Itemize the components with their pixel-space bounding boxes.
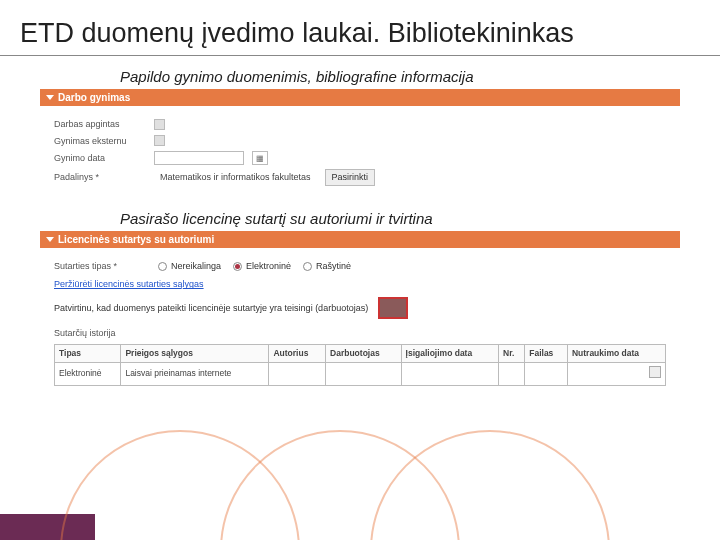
value-padalinys: Matematikos ir informatikos fakultetas — [154, 171, 317, 184]
th-tipas: Tipas — [55, 344, 121, 363]
cell-tipas: Elektroninė — [55, 363, 121, 386]
ack-text: Patvirtinu, kad duomenys pateikti licenc… — [54, 302, 368, 315]
edit-icon[interactable] — [649, 366, 661, 378]
section2-header[interactable]: Licencinės sutartys su autoriumi — [40, 231, 680, 248]
section-licencines-sutartys: Licencinės sutartys su autoriumi Sutarti… — [40, 231, 680, 395]
cell-salygos: Laisvai prieinamas internete — [121, 363, 269, 386]
history-heading: Sutarčių istorija — [54, 327, 666, 340]
section1-header-label: Darbo gynimas — [58, 92, 130, 103]
table-row: Elektroninė Laisvai prieinamas internete — [55, 363, 666, 386]
radio-nereikalinga[interactable] — [158, 262, 167, 271]
label-sutarties-tipas: Sutarties tipas * — [54, 260, 146, 273]
th-autorius: Autorius — [269, 344, 326, 363]
checkbox-apgintas[interactable] — [154, 119, 165, 130]
radio-label-rasytine: Rašytinė — [316, 260, 351, 273]
section2-caption: Pasirašo licencinę sutartį su autoriumi … — [120, 210, 720, 227]
slide-footer — [0, 514, 720, 540]
label-padalinys: Padalinys * — [54, 171, 146, 184]
section1-header[interactable]: Darbo gynimas — [40, 89, 680, 106]
th-nutraukimas: Nutraukimo data — [567, 344, 665, 363]
cell-nutraukimas — [567, 363, 665, 386]
cell-failas — [525, 363, 568, 386]
sutarciu-table: Tipas Prieigos sąlygos Autorius Darbuoto… — [54, 344, 666, 387]
page-title: ETD duomenų įvedimo laukai. Bibliotekini… — [0, 0, 720, 56]
collapse-icon — [46, 237, 54, 242]
section-darbo-gynimas: Darbo gynimas Darbas apgintas Gynimas ek… — [40, 89, 680, 198]
input-gynimo-data[interactable] — [154, 151, 244, 165]
radio-label-nereikalinga: Nereikalinga — [171, 260, 221, 273]
th-failas: Failas — [525, 344, 568, 363]
cell-nr — [499, 363, 525, 386]
th-darbuotojas: Darbuotojas — [326, 344, 402, 363]
ack-confirm-box[interactable] — [378, 297, 408, 319]
radio-rasytine[interactable] — [303, 262, 312, 271]
calendar-icon[interactable]: ▦ — [252, 151, 268, 165]
label-eksternu: Gynimas eksternu — [54, 135, 146, 148]
radio-label-elektronine: Elektroninė — [246, 260, 291, 273]
section1-caption: Papildo gynimo duomenimis, bibliografine… — [120, 68, 720, 85]
pasirinkti-button[interactable]: Pasirinkti — [325, 169, 376, 186]
label-gynimo-data: Gynimo data — [54, 152, 146, 165]
th-nr: Nr. — [499, 344, 525, 363]
section2-header-label: Licencinės sutartys su autoriumi — [58, 234, 214, 245]
cell-darbuotojas — [326, 363, 402, 386]
th-galioja: Įsigaliojimo data — [401, 344, 498, 363]
checkbox-eksternu[interactable] — [154, 135, 165, 146]
collapse-icon — [46, 95, 54, 100]
radio-elektronine[interactable] — [233, 262, 242, 271]
link-perziureti-salygas[interactable]: Peržiūrėti licencinės sutarties sąlygas — [54, 279, 204, 289]
cell-autorius — [269, 363, 326, 386]
cell-galioja — [401, 363, 498, 386]
label-apgintas: Darbas apgintas — [54, 118, 146, 131]
th-salygos: Prieigos sąlygos — [121, 344, 269, 363]
